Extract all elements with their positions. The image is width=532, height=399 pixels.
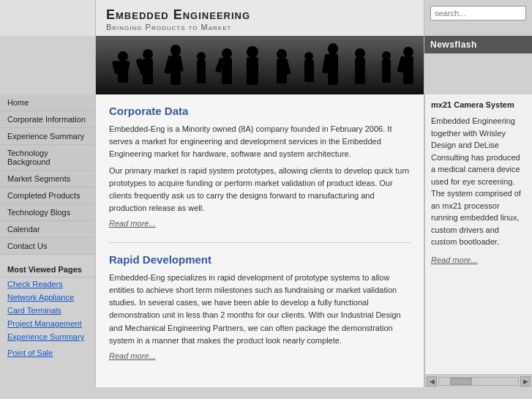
scroll-thumb[interactable] xyxy=(450,378,472,385)
hero-image xyxy=(96,36,424,94)
scroll-left-btn[interactable]: ◀ xyxy=(427,376,437,387)
scroll-track[interactable] xyxy=(438,377,519,386)
nav-item-contact[interactable]: Contact Us xyxy=(0,238,95,255)
nav-item-corporate[interactable]: Corporate Information xyxy=(0,111,95,128)
svg-point-13 xyxy=(197,52,206,61)
svg-point-23 xyxy=(304,52,313,61)
sidebar-link-experience[interactable]: Experience Summary xyxy=(0,330,95,343)
svg-point-15 xyxy=(222,48,232,59)
section-rapid: Rapid Development Embedded-Eng specializ… xyxy=(109,253,411,359)
newsflash-header: Newsflash xyxy=(424,36,532,53)
svg-rect-19 xyxy=(247,57,258,85)
svg-point-30 xyxy=(382,51,391,60)
nav-item-tech-bg[interactable]: Technology Background xyxy=(0,145,95,171)
most-viewed-title: Most Viewed Pages xyxy=(0,259,95,277)
site-title: Embedded Engineering xyxy=(106,7,413,23)
nav-item-calendar[interactable]: Calendar xyxy=(0,221,95,238)
section-para-2: Our primary market is rapid system proto… xyxy=(109,165,411,215)
svg-point-9 xyxy=(171,45,181,56)
svg-rect-31 xyxy=(382,59,391,83)
svg-point-28 xyxy=(355,48,365,59)
svg-rect-29 xyxy=(355,58,365,84)
section-title-rapid: Rapid Development xyxy=(109,253,411,266)
section-read-more-corporate[interactable]: Read more... xyxy=(109,219,411,228)
scroll-right-btn[interactable]: ▶ xyxy=(520,376,531,387)
section-para-rapid-1: Embedded-Eng specializes in rapid develo… xyxy=(109,272,411,346)
section-read-more-rapid[interactable]: Read more... xyxy=(109,351,411,360)
nav-menu: Home Corporate Information Experience Su… xyxy=(0,94,95,255)
svg-point-20 xyxy=(277,49,287,59)
section-para-1: Embedded-Eng is a Minority owned (8A) co… xyxy=(109,123,411,160)
svg-point-18 xyxy=(247,46,258,58)
nav-item-products[interactable]: Completed Products xyxy=(0,187,95,204)
newsflash-article-title: mx21 Camera System xyxy=(431,100,526,109)
nav-item-blogs[interactable]: Technology Blogs xyxy=(0,204,95,221)
nav-item-market[interactable]: Market Segments xyxy=(0,171,95,187)
newsflash-article-body: Embedded Engineering together with Wrisl… xyxy=(431,115,526,248)
sidebar-link-network[interactable]: Network Appliance xyxy=(0,291,95,304)
svg-point-6 xyxy=(143,49,153,59)
sidebar-link-check-readers[interactable]: Check Readers xyxy=(0,277,95,291)
section-title-corporate: Corporate Data xyxy=(109,105,411,117)
svg-point-32 xyxy=(403,47,413,57)
site-subtitle: Bringing Products to Market xyxy=(106,23,413,31)
search-input[interactable] xyxy=(430,6,526,20)
svg-rect-14 xyxy=(197,60,206,83)
sidebar-link-project[interactable]: Project Management xyxy=(0,317,95,330)
sidebar-link-point-of-sale[interactable]: Point of Sale xyxy=(0,346,95,359)
nav-item-home[interactable]: Home xyxy=(0,94,95,111)
svg-rect-24 xyxy=(304,60,314,82)
nav-item-experience[interactable]: Experience Summary xyxy=(0,128,95,145)
right-scrollbar[interactable]: ◀ ▶ xyxy=(425,374,532,387)
sidebar-link-card[interactable]: Card Terminals xyxy=(0,304,95,317)
svg-point-2 xyxy=(118,51,128,61)
section-corporate: Corporate Data Embedded-Eng is a Minorit… xyxy=(109,105,411,228)
svg-point-25 xyxy=(328,43,338,55)
newsflash-content: mx21 Camera System Embedded Engineering … xyxy=(425,94,532,374)
newsflash-read-more[interactable]: Read more... xyxy=(431,256,526,264)
section-divider xyxy=(109,242,411,243)
